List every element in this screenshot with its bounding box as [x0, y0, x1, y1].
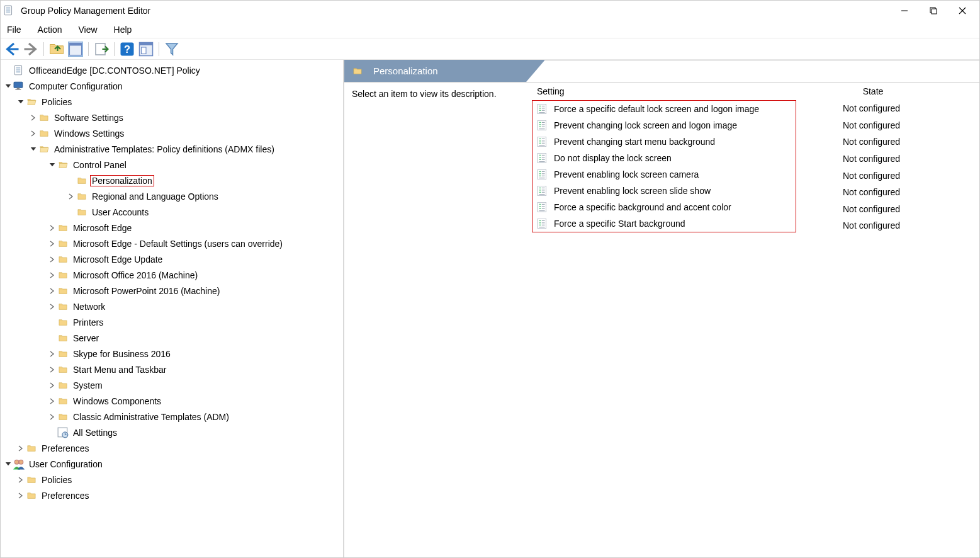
menu-help[interactable]: Help [111, 23, 135, 36]
tree-server[interactable]: Server [1, 330, 343, 346]
chevron-right-icon[interactable] [47, 302, 57, 312]
chevron-right-icon[interactable] [47, 365, 57, 375]
svg-rect-29 [932, 9, 937, 14]
tree-printers[interactable]: Printers [1, 314, 343, 330]
tree-label: Preferences [40, 443, 91, 454]
chevron-right-icon[interactable] [16, 491, 26, 501]
tree-personalization[interactable]: Personalization [1, 173, 343, 188]
tree-label: Printers [71, 317, 105, 328]
description-panel: Select an item to view its description. [344, 83, 529, 557]
navigation-tree[interactable]: OfficeandEdge [DC.CONTOSO.NET] Policy Co… [1, 60, 344, 557]
chevron-right-icon[interactable] [47, 239, 57, 249]
chevron-right-icon[interactable] [47, 223, 57, 233]
tree-regional[interactable]: Regional and Language Options [1, 188, 343, 204]
tree-system[interactable]: System [1, 377, 343, 393]
setting-state: Not configured [839, 184, 979, 201]
tree-user-config[interactable]: User Configuration [1, 456, 343, 472]
chevron-down-icon[interactable] [28, 144, 38, 154]
policy-icon [13, 65, 25, 76]
tree-control-panel[interactable]: Control Panel [1, 157, 343, 173]
folder-icon [76, 207, 87, 218]
tree-network[interactable]: Network [1, 299, 343, 314]
tree-windows-settings[interactable]: Windows Settings [1, 125, 343, 141]
tree-user-prefs[interactable]: Preferences [1, 487, 343, 503]
title-bar: Group Policy Management Editor [1, 1, 979, 21]
chevron-down-icon[interactable] [3, 81, 13, 91]
filter-button[interactable] [164, 42, 179, 57]
tree-skype[interactable]: Skype for Business 2016 [1, 346, 343, 362]
setting-state: Not configured [839, 100, 979, 117]
setting-state: Not configured [839, 134, 979, 151]
tree-edge-update[interactable]: Microsoft Edge Update [1, 251, 343, 267]
window-button[interactable] [138, 42, 154, 57]
menu-view[interactable]: View [76, 23, 99, 36]
chevron-right-icon[interactable] [47, 254, 57, 265]
chevron-right-icon[interactable] [47, 270, 57, 280]
tree-classic-adm[interactable]: Classic Administrative Templates (ADM) [1, 409, 343, 424]
setting-row[interactable]: Force a specific background and accent c… [532, 199, 796, 215]
tree-computer-config[interactable]: Computer Configuration [1, 78, 343, 94]
show-hide-tree-button[interactable] [68, 42, 83, 57]
forward-button[interactable] [23, 42, 38, 57]
folder-icon [57, 238, 69, 249]
chevron-right-icon[interactable] [28, 113, 38, 123]
tree-admin-templates[interactable]: Administrative Templates: Policy definit… [1, 141, 343, 157]
folder-icon [26, 474, 37, 486]
chevron-right-icon[interactable] [66, 191, 76, 202]
chevron-right-icon[interactable] [47, 396, 57, 406]
tree-user-policies[interactable]: Policies [1, 472, 343, 487]
tree-label: Microsoft Office 2016 (Machine) [71, 270, 200, 281]
setting-row[interactable]: Force a specific default lock screen and… [532, 101, 796, 117]
setting-row[interactable]: Prevent enabling lock screen slide show [532, 183, 796, 199]
tree-start-menu[interactable]: Start Menu and Taskbar [1, 362, 343, 377]
setting-row[interactable]: Do not display the lock screen [532, 150, 796, 166]
chevron-down-icon[interactable] [3, 459, 13, 469]
policy-icon [536, 169, 548, 180]
tree-policies[interactable]: Policies [1, 94, 343, 110]
tree-user-accounts[interactable]: User Accounts [1, 204, 343, 220]
setting-row[interactable]: Prevent changing lock screen and logon i… [532, 117, 796, 134]
help-button[interactable] [120, 42, 135, 57]
tree-edge-default[interactable]: Microsoft Edge - Default Settings (users… [1, 236, 343, 251]
export-list-button[interactable] [94, 42, 109, 57]
column-state[interactable]: State [835, 86, 911, 96]
maximize-button[interactable] [919, 1, 948, 21]
policy-icon [536, 103, 548, 115]
close-button[interactable] [948, 1, 977, 21]
description-text: Select an item to view its description. [352, 89, 497, 99]
chevron-down-icon[interactable] [16, 97, 26, 107]
tree-label: Preferences [40, 490, 91, 501]
chevron-right-icon[interactable] [16, 443, 26, 453]
chevron-right-icon[interactable] [47, 380, 57, 390]
setting-row[interactable]: Prevent changing start menu background [532, 134, 796, 150]
details-pane: Personalization Select an item to view i… [344, 60, 979, 557]
tree-software-settings[interactable]: Software Settings [1, 110, 343, 125]
minimize-button[interactable] [890, 1, 919, 21]
menu-action[interactable]: Action [35, 23, 65, 36]
tree-label: Windows Settings [52, 128, 126, 139]
chevron-down-icon[interactable] [47, 160, 57, 170]
tree-root[interactable]: OfficeandEdge [DC.CONTOSO.NET] Policy [1, 62, 343, 78]
tree-label: Classic Administrative Templates (ADM) [71, 411, 231, 423]
setting-name: Prevent changing lock screen and logon i… [554, 120, 792, 130]
tree-preferences[interactable]: Preferences [1, 440, 343, 456]
setting-row[interactable]: Force a specific Start background [532, 215, 796, 232]
chevron-right-icon[interactable] [47, 412, 57, 422]
up-button[interactable] [49, 42, 64, 57]
chevron-right-icon[interactable] [28, 128, 38, 139]
tree-office-2016[interactable]: Microsoft Office 2016 (Machine) [1, 267, 343, 283]
chevron-right-icon[interactable] [47, 286, 57, 296]
column-setting[interactable]: Setting [533, 86, 835, 96]
settings-list: Setting State Force a specific default l… [529, 83, 979, 557]
tree-windows-components[interactable]: Windows Components [1, 393, 343, 409]
tree-edge[interactable]: Microsoft Edge [1, 220, 343, 236]
tree-ppt-2016[interactable]: Microsoft PowerPoint 2016 (Machine) [1, 283, 343, 299]
list-header: Setting State [529, 83, 979, 100]
tree-all-settings[interactable]: All Settings [1, 424, 343, 440]
back-button[interactable] [4, 42, 20, 57]
chevron-right-icon[interactable] [47, 349, 57, 359]
setting-row[interactable]: Prevent enabling lock screen camera [532, 166, 796, 183]
menu-file[interactable]: File [4, 23, 24, 36]
chevron-right-icon[interactable] [16, 475, 26, 485]
folder-icon [38, 128, 50, 139]
